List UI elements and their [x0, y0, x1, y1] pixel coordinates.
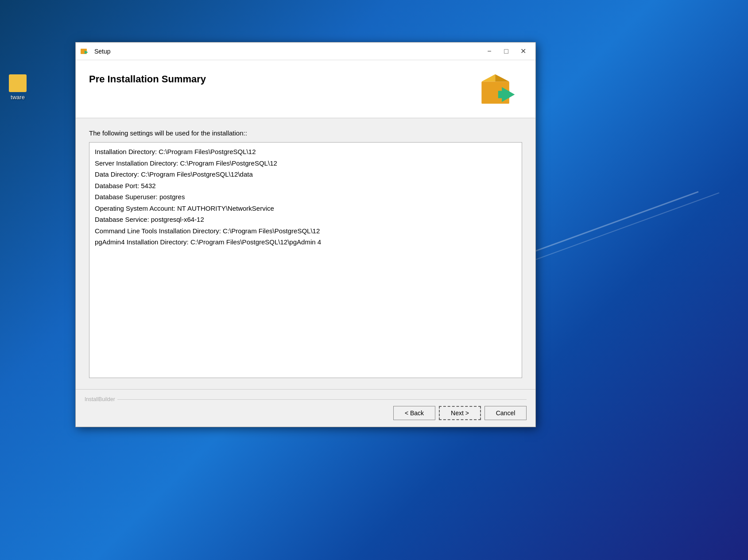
desktop: tware Setup − □ ✕ Pre Installation Summa…	[0, 0, 748, 560]
back-button[interactable]: < Back	[393, 406, 435, 420]
svg-marker-3	[481, 74, 495, 82]
maximize-button[interactable]: □	[498, 45, 514, 58]
footer-divider	[117, 399, 527, 400]
bg-decoration-2	[511, 193, 720, 269]
summary-line-1: Installation Directory: C:\Program Files…	[95, 146, 516, 158]
cancel-button[interactable]: Cancel	[484, 406, 527, 420]
dialog-header: Pre Installation Summary	[76, 60, 535, 118]
desktop-icon-label: tware	[11, 94, 25, 100]
summary-line-9: pgAdmin4 Installation Directory: C:\Prog…	[95, 236, 516, 248]
title-bar: Setup − □ ✕	[76, 42, 535, 60]
minimize-button[interactable]: −	[481, 45, 497, 58]
summary-line-6: Operating System Account: NT AUTHORITY\N…	[95, 203, 516, 214]
desktop-icon-image	[9, 74, 27, 92]
title-bar-controls: − □ ✕	[481, 45, 531, 58]
footer-buttons: < Back Next > Cancel	[85, 406, 527, 420]
summary-line-8: Command Line Tools Installation Director…	[95, 225, 516, 237]
setup-dialog: Setup − □ ✕ Pre Installation Summary	[75, 42, 536, 427]
summary-line-5: Database Superuser: postgres	[95, 191, 516, 203]
dialog-footer: InstallBuilder < Back Next > Cancel	[76, 389, 535, 427]
svg-rect-6	[498, 91, 509, 98]
summary-textbox[interactable]: Installation Directory: C:\Program Files…	[89, 142, 522, 378]
summary-line-2: Server Installation Directory: C:\Progra…	[95, 158, 516, 169]
page-title: Pre Installation Summary	[89, 73, 206, 85]
title-bar-title: Setup	[94, 48, 481, 55]
bg-decoration-1	[532, 191, 699, 253]
svg-marker-4	[495, 74, 509, 82]
desktop-icon: tware	[0, 71, 35, 104]
dialog-body: The following settings will be used for …	[76, 118, 535, 389]
brand-label: InstallBuilder	[85, 396, 115, 402]
summary-line-3: Data Directory: C:\Program Files\Postgre…	[95, 169, 516, 180]
brand-line: InstallBuilder	[85, 396, 527, 402]
summary-line-4: Database Port: 5432	[95, 180, 516, 192]
install-icon	[478, 69, 522, 109]
next-button[interactable]: Next >	[439, 406, 481, 420]
close-button[interactable]: ✕	[515, 45, 531, 58]
summary-line-7: Database Service: postgresql-x64-12	[95, 214, 516, 225]
body-description: The following settings will be used for …	[89, 129, 522, 137]
setup-icon	[80, 46, 91, 57]
